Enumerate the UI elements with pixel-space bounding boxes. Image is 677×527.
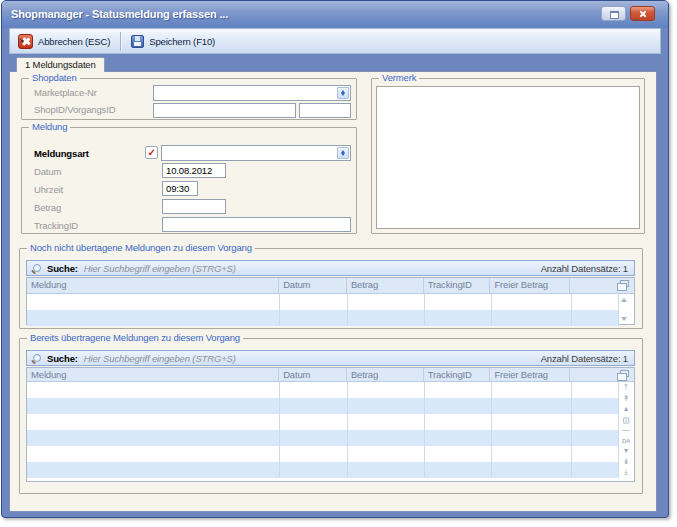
navigator-icon[interactable]: (|) [623,415,630,426]
table-cell [348,382,425,398]
table-cell [348,446,425,462]
search-icon [33,264,41,272]
toolbar-separator [120,32,121,51]
navigator-icon[interactable]: ᴅᴀ [622,436,630,447]
table-cell [348,294,425,310]
table-cell [572,414,618,430]
maximize-button[interactable] [601,6,626,21]
close-button[interactable]: x [630,6,655,21]
tab-meldungsdaten[interactable]: 1 Meldungsdaten [16,57,105,72]
column-header-trackingid[interactable]: TrackingID [424,278,491,293]
meldungsart-combo-arrows-icon[interactable] [337,147,349,159]
table-row[interactable] [27,294,619,310]
table-cell [492,446,572,462]
navigator-icon[interactable]: ↡ [623,457,630,468]
table-row[interactable] [27,310,619,326]
table-cell [572,446,618,462]
marketplace-combo-arrows-icon[interactable] [337,87,349,99]
trackingid-input[interactable] [162,217,351,232]
table-cell [492,462,572,478]
table-cell [425,382,492,398]
toolbar: × Abbrechen (ESC) Speichern (F10) [9,28,661,54]
pending-record-count: Anzahl Datensätze: 1 [541,263,634,274]
table-cell [572,462,618,478]
navigator-icon[interactable]: ▴ [624,404,628,415]
table-row[interactable] [27,430,619,446]
table-cell [27,310,280,326]
table-row[interactable] [27,382,619,398]
transferred-search-input[interactable]: Hier Suchbegriff eingeben (STRG+S) [84,353,236,364]
vorgangsid-input[interactable] [299,103,351,118]
required-check-icon[interactable]: ✓ [145,146,158,159]
group-shopdaten: Shopdaten Marketplace-Nr ShopID/Vorgangs… [21,78,357,120]
pending-scroll-down-icon[interactable] [621,317,627,321]
datum-label: Datum [34,166,61,177]
uhrzeit-input[interactable]: 09:30 [162,181,198,196]
pending-search-input[interactable]: Hier Suchbegriff eingeben (STRG+S) [84,263,236,274]
column-header-betrag[interactable]: Betrag [347,278,424,293]
transferred-navigator[interactable]: ⤒↟▴(|)—ᴅᴀ▾↡⤓ [618,383,634,478]
column-header-freier-betrag[interactable]: Freier Betrag [490,368,570,381]
column-header-datum[interactable]: Datum [279,278,347,293]
group-pending-legend: Noch nicht übertagene Meldungen zu diese… [27,242,255,254]
table-row[interactable] [27,414,619,430]
table-cell [27,398,280,414]
column-header-datum[interactable]: Datum [279,368,347,381]
table-cell [492,414,572,430]
table-cell [280,294,348,310]
dialog-window: Shopmanager - Statusmeldung erfassen ...… [1,0,669,518]
group-transferred-legend: Bereits übertragene Meldungen zu diesem … [27,332,243,344]
navigator-icon[interactable]: ⤒ [624,383,627,394]
cancel-icon: × [18,34,33,49]
group-shopdaten-legend: Shopdaten [29,72,80,84]
pending-scroll-up-icon[interactable] [621,298,627,302]
column-header-betrag[interactable]: Betrag [347,368,424,381]
save-icon [131,35,144,48]
table-cell [27,462,280,478]
table-cell [27,294,280,310]
table-cell [425,430,492,446]
trackingid-label: TrackingID [34,220,78,231]
table-cell [572,294,618,310]
column-header-meldung[interactable]: Meldung [27,278,279,293]
group-vermerk-legend: Vermerk [379,72,419,84]
table-cell [425,446,492,462]
table-cell [425,462,492,478]
save-button[interactable]: Speichern (F10) [123,30,223,52]
table-cell [280,398,348,414]
betrag-input[interactable] [162,199,226,214]
marketplace-combobox[interactable] [153,85,351,101]
table-cell [492,430,572,446]
datum-input[interactable]: 10.08.2012 [162,163,226,178]
table-cell [27,414,280,430]
navigator-icon[interactable]: ↟ [623,394,630,405]
cancel-button[interactable]: × Abbrechen (ESC) [10,30,118,52]
shopid-input[interactable] [153,103,296,118]
table-row[interactable] [27,446,619,462]
transferred-column-chooser-icon[interactable] [620,370,629,377]
cancel-button-label: Abbrechen (ESC) [38,36,110,47]
column-header-freier-betrag[interactable]: Freier Betrag [490,278,570,293]
vermerk-textarea[interactable] [376,86,640,229]
title-bar[interactable]: Shopmanager - Statusmeldung erfassen ...… [2,1,668,28]
table-cell [280,446,348,462]
table-row[interactable] [27,462,619,478]
search-icon [33,354,41,362]
table-row[interactable] [27,398,619,414]
table-cell [348,310,425,326]
column-header-trackingid[interactable]: TrackingID [424,368,491,381]
table-cell [492,294,572,310]
navigator-icon[interactable]: ▾ [624,446,628,457]
uhrzeit-label: Uhrzeit [34,184,63,195]
save-button-label: Speichern (F10) [149,36,215,47]
table-cell [425,310,492,326]
table-cell [572,382,618,398]
pending-column-chooser-icon[interactable] [620,280,629,287]
pending-search-bar[interactable]: Suche: Hier Suchbegriff eingeben (STRG+S… [26,260,635,276]
meldungsart-combobox[interactable] [161,145,351,161]
transferred-search-bar[interactable]: Suche: Hier Suchbegriff eingeben (STRG+S… [26,350,635,366]
navigator-icon[interactable]: — [622,425,630,436]
navigator-icon[interactable]: ⤓ [624,467,627,478]
table-cell [348,462,425,478]
column-header-meldung[interactable]: Meldung [27,368,279,381]
